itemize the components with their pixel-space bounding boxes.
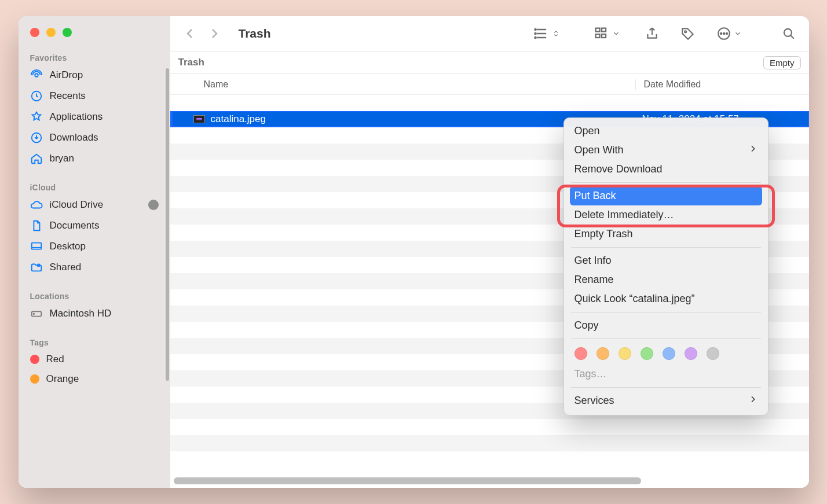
close-window-button[interactable] [30, 28, 39, 37]
chevron-right-icon [748, 144, 758, 156]
empty-trash-button[interactable]: Empty [763, 56, 801, 69]
svg-point-18 [726, 33, 727, 34]
main-pane: Trash Trash Empty Name Date Modified cat… [170, 16, 809, 488]
sidebar-item-label: bryan [50, 153, 75, 164]
back-button[interactable] [183, 27, 197, 41]
fullscreen-window-button[interactable] [63, 28, 72, 37]
ctx-separator [571, 182, 761, 183]
sidebar-item-applications[interactable]: Applications [19, 106, 170, 127]
column-headers: Name Date Modified [170, 74, 809, 95]
ctx-open-with[interactable]: Open With [564, 141, 768, 160]
more-actions-button[interactable] [716, 26, 742, 41]
horizontal-scrollbar[interactable] [174, 477, 806, 484]
tag-color-orange[interactable] [597, 347, 609, 360]
ctx-delete-immediately[interactable]: Delete Immediately… [564, 205, 768, 225]
view-list-button[interactable] [533, 25, 560, 42]
sidebar-item-label: Recents [50, 90, 86, 102]
shared-folder-icon [30, 261, 43, 274]
svg-point-6 [33, 314, 34, 314]
ctx-tags[interactable]: Tags… [564, 365, 768, 384]
path-label: Trash [178, 57, 204, 68]
sidebar-section-favorites: Favorites [19, 50, 170, 65]
svg-rect-3 [31, 243, 41, 249]
ctx-separator [571, 312, 761, 312]
ctx-rename[interactable]: Rename [564, 270, 768, 289]
desktop-icon [30, 240, 43, 253]
file-thumbnail-icon [193, 115, 205, 123]
hard-drive-icon [30, 307, 43, 320]
sidebar: Favorites AirDrop Recents Applications D… [19, 16, 170, 488]
sidebar-item-label: Red [46, 354, 64, 365]
path-bar: Trash Empty [170, 51, 809, 74]
ctx-separator [571, 387, 761, 388]
sidebar-item-label: Applications [50, 111, 103, 123]
sidebar-item-recents[interactable]: Recents [19, 86, 170, 106]
tags-button[interactable] [680, 26, 696, 41]
tag-color-yellow[interactable] [619, 347, 631, 360]
ctx-quick-look[interactable]: Quick Look “catalina.jpeg” [564, 289, 768, 308]
document-icon [30, 219, 43, 232]
sidebar-section-tags: Tags [19, 334, 170, 350]
search-button[interactable] [781, 26, 796, 41]
svg-point-8 [535, 33, 536, 34]
svg-rect-13 [602, 34, 606, 38]
svg-point-0 [35, 73, 38, 77]
ctx-separator [571, 247, 761, 248]
sidebar-item-desktop[interactable]: Desktop [19, 236, 170, 257]
orange-tag-dot [30, 374, 39, 384]
downloads-icon [30, 131, 43, 144]
ctx-tag-colors [564, 343, 768, 365]
svg-point-17 [723, 33, 724, 34]
svg-point-16 [720, 33, 721, 34]
red-tag-dot [30, 355, 39, 364]
toolbar: Trash [170, 16, 809, 51]
svg-rect-12 [602, 28, 606, 32]
sidebar-item-home[interactable]: bryan [19, 148, 170, 169]
tag-color-red[interactable] [574, 347, 587, 360]
ctx-empty-trash[interactable]: Empty Trash [564, 225, 768, 244]
icloud-status-icon [148, 200, 159, 210]
sidebar-item-label: Shared [50, 262, 82, 273]
clock-icon [30, 90, 43, 102]
column-date-modified[interactable]: Date Modified [635, 79, 809, 90]
share-button[interactable] [645, 26, 660, 41]
sidebar-item-airdrop[interactable]: AirDrop [19, 65, 170, 86]
sidebar-section-locations: Locations [19, 288, 170, 303]
tag-color-purple[interactable] [685, 347, 697, 360]
sidebar-item-label: iCloud Drive [50, 199, 104, 211]
column-name[interactable]: Name [170, 79, 635, 90]
ctx-services[interactable]: Services [564, 391, 768, 410]
svg-point-7 [535, 29, 536, 30]
sidebar-item-icloud-drive[interactable]: iCloud Drive [19, 194, 170, 215]
svg-rect-10 [595, 28, 599, 32]
sidebar-item-macintosh-hd[interactable]: Macintosh HD [19, 303, 170, 324]
forward-button[interactable] [207, 27, 221, 41]
ctx-get-info[interactable]: Get Info [564, 251, 768, 270]
tag-color-gray[interactable] [707, 347, 719, 360]
tag-color-green[interactable] [641, 347, 653, 360]
sidebar-item-label: Orange [46, 373, 79, 385]
sidebar-item-shared[interactable]: Shared [19, 257, 170, 278]
sidebar-item-tag-red[interactable]: Red [19, 350, 170, 369]
ctx-label: Open With [574, 144, 624, 156]
tag-color-blue[interactable] [663, 347, 675, 360]
sidebar-item-label: Macintosh HD [50, 308, 112, 319]
sidebar-scrollbar[interactable] [166, 68, 169, 381]
group-by-button[interactable] [594, 25, 620, 42]
ctx-label: Services [574, 395, 614, 407]
minimize-window-button[interactable] [46, 28, 56, 37]
ctx-copy[interactable]: Copy [564, 316, 768, 335]
sidebar-item-label: Documents [50, 220, 100, 231]
ctx-remove-download[interactable]: Remove Download [564, 160, 768, 179]
sidebar-item-downloads[interactable]: Downloads [19, 127, 170, 148]
svg-point-19 [784, 29, 791, 36]
svg-point-14 [685, 31, 686, 32]
applications-icon [30, 111, 43, 123]
ctx-open[interactable]: Open [564, 122, 768, 141]
sidebar-item-tag-orange[interactable]: Orange [19, 369, 170, 389]
airdrop-icon [30, 69, 43, 82]
ctx-put-back[interactable]: Put Back [570, 186, 762, 205]
sidebar-item-documents[interactable]: Documents [19, 215, 170, 236]
chevron-right-icon [748, 395, 758, 407]
home-icon [30, 152, 43, 165]
